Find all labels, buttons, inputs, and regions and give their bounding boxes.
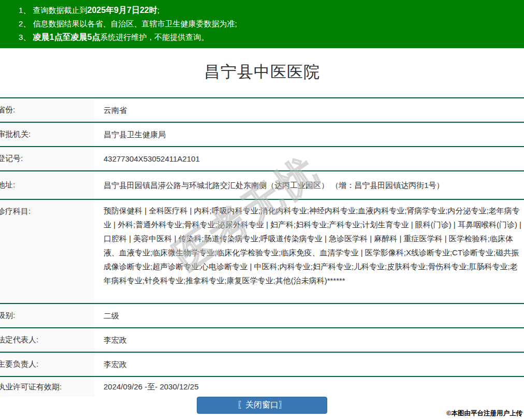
table-row-main-person-in-charge: 主要负责人: 李宏政 (0, 353, 524, 377)
table-row-treatment-subjects: 诊疗科目: 预防保健科 | 全科医疗科 | 内科;呼吸内科专业;消化内科专业;神… (0, 200, 524, 304)
row-label-text: 级别: (0, 311, 15, 321)
row-label-text: 诊疗科目: (0, 207, 31, 216)
row-label-text: 主要负责人: (0, 359, 38, 369)
row-label: 地址: (0, 171, 94, 199)
notice-bold-text: 凌晨1点至凌晨5点 (33, 33, 100, 41)
row-value: 李宏政 (94, 353, 524, 376)
notice-banner: 1、 查询数据截止到2025年9月7日22时; 2、 信息数据结果以各省、自治区… (0, 0, 524, 48)
notice-line-1: 1、 查询数据截止到2025年9月7日22时; (19, 4, 519, 17)
row-value: 云南省 (94, 98, 524, 122)
row-label: 级别: (0, 304, 94, 327)
notice-text: 3、 (19, 33, 33, 41)
table-row-license-validity: 执业许可证有效期: 2024/09/26 -至- 2030/12/25 (0, 377, 524, 397)
table-row-province: 省份: 云南省 (0, 98, 524, 123)
table-row-legal-representative: 法定代表人: 李宏政 (0, 328, 524, 353)
row-value: 预防保健科 | 全科医疗科 | 内科;呼吸内科专业;消化内科专业;神经内科专业;… (94, 200, 524, 303)
row-value: 2024/09/26 -至- 2030/12/25 (94, 377, 524, 397)
notice-text: 系统进行维护，不能提供查询。 (100, 33, 209, 41)
row-value: 昌宁县田园镇昌漭公路与环城北路交汇处东南侧（达丙工业园区） （增：昌宁县田园镇达… (94, 171, 524, 199)
upload-credit: ©本图由平台注册用户上传 (446, 409, 522, 418)
row-label: 省份: (0, 98, 94, 122)
notice-text: ; (157, 6, 159, 15)
row-label: 法定代表人: (0, 328, 94, 352)
notice-line-2: 2、 信息数据结果以各省、自治区、直辖市卫生健康委数据为准; (19, 17, 519, 31)
hospital-info-table: 省份: 云南省 审批机关: 昌宁县卫生健康局 登记号: 43277304X530… (0, 97, 524, 397)
close-window-button[interactable]: 〖关闭窗口〗 (197, 397, 327, 414)
row-label-text: 法定代表人: (0, 335, 38, 345)
table-row-level: 级别: 二级 (0, 304, 524, 328)
button-row: 〖关闭窗口〗 (0, 397, 524, 414)
notice-bold-text: 2025年9月7日22时 (88, 6, 157, 15)
row-value: 昌宁县卫生健康局 (94, 123, 524, 146)
row-label: 诊疗科目: (0, 200, 94, 303)
row-value: 二级 (94, 304, 524, 327)
row-value: 李宏政 (94, 328, 524, 352)
notice-text: 1、 查询数据截止到 (19, 6, 88, 15)
row-label-text: 登记号: (0, 154, 23, 164)
table-row-address: 地址: 昌宁县田园镇昌漭公路与环城北路交汇处东南侧（达丙工业园区） （增：昌宁县… (0, 171, 524, 200)
row-label: 主要负责人: (0, 353, 94, 376)
row-label-text: 地址: (0, 180, 15, 190)
notice-text: 2、 信息数据结果以各省、自治区、直辖市卫生健康委数据为准; (19, 19, 237, 28)
row-value: 43277304X53052411A2101 (94, 147, 524, 170)
table-row-approval-authority: 审批机关: 昌宁县卫生健康局 (0, 123, 524, 147)
row-label: 审批机关: (0, 123, 94, 146)
notice-line-3: 3、 凌晨1点至凌晨5点系统进行维护，不能提供查询。 (19, 31, 519, 44)
row-label-text: 审批机关: (0, 129, 31, 139)
table-row-registration-number: 登记号: 43277304X53052411A2101 (0, 147, 524, 171)
hospital-title: 昌宁县中医医院 (0, 61, 524, 83)
row-label-text: 省份: (0, 105, 15, 115)
row-label: 执业许可证有效期: (0, 377, 94, 397)
row-label: 登记号: (0, 147, 94, 170)
row-label-text: 执业许可证有效期: (0, 382, 62, 392)
